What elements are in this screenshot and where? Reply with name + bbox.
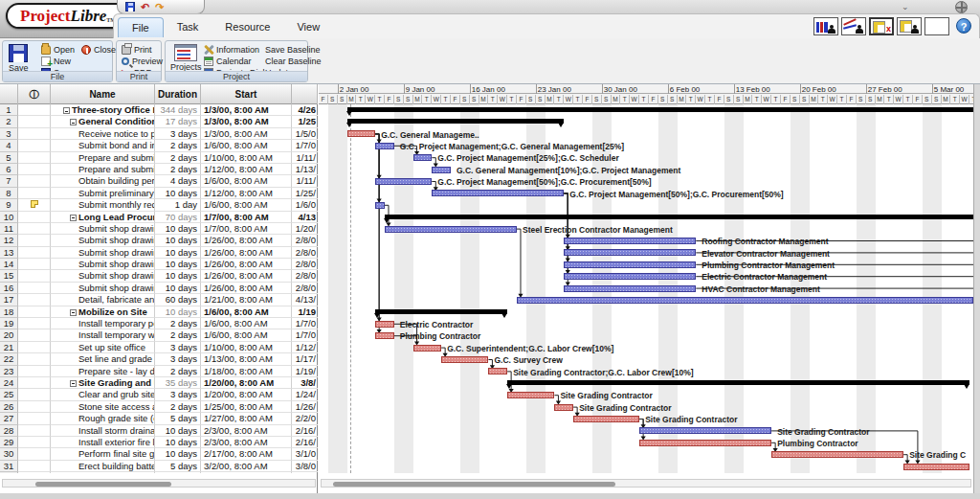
- info-cell[interactable]: [18, 212, 51, 223]
- task-row-18[interactable]: 18Mobilize on Site10 days1/6/00, 8:00 AM…: [0, 306, 318, 318]
- row-number-cell[interactable]: 21: [0, 342, 18, 353]
- info-cell[interactable]: [18, 223, 51, 235]
- task-row-28[interactable]: 28Install storm drainage10 days2/3/00, 8…: [0, 425, 318, 437]
- start-cell[interactable]: 1/13/00, 8:00 AM: [201, 353, 292, 365]
- task-row-12[interactable]: 12Submit shop drawings and10 days1/26/00…: [0, 235, 318, 246]
- save-icon[interactable]: [125, 2, 135, 11]
- start-cell[interactable]: 1/20/00, 8:00 AM: [201, 389, 292, 400]
- finish-cell[interactable]: 3/1/0: [292, 448, 318, 460]
- task-row-20[interactable]: 20Install temporary water se2 days1/6/00…: [0, 329, 318, 341]
- row-number-cell[interactable]: 6: [0, 164, 18, 175]
- collapse-icon[interactable]: [63, 107, 70, 114]
- gantt-bar-summary-row24[interactable]: [507, 380, 969, 385]
- task-row-17[interactable]: 17Detail, fabricate and delive60 days1/2…: [0, 294, 318, 306]
- duration-cell[interactable]: 3 days: [155, 342, 201, 353]
- row-number-cell[interactable]: 28: [0, 425, 18, 437]
- finish-cell[interactable]: 1/13/: [292, 164, 318, 175]
- finish-cell[interactable]: 2/8/0: [292, 259, 318, 270]
- info-cell[interactable]: [18, 164, 51, 175]
- duration-cell[interactable]: 10 days: [155, 188, 201, 199]
- gantt-bar-task-row6[interactable]: [432, 167, 451, 173]
- gantt-bar-critical-row23[interactable]: [488, 368, 507, 374]
- finish-cell[interactable]: 2/16/: [292, 437, 318, 448]
- finish-cell[interactable]: 4/26: [292, 104, 318, 116]
- task-name-cell[interactable]: Prepare site - lay down ya: [51, 366, 155, 377]
- info-cell[interactable]: [18, 270, 51, 282]
- duration-cell[interactable]: 2 days: [155, 401, 201, 413]
- row-number-cell[interactable]: 12: [0, 235, 18, 246]
- finish-cell[interactable]: 1/26/: [292, 401, 318, 413]
- info-cell[interactable]: [18, 461, 51, 472]
- task-name-cell[interactable]: Submit bond and insuranc: [51, 140, 155, 151]
- task-row-10[interactable]: 10Long Lead Procurement70 days1/7/00, 8:…: [0, 212, 318, 223]
- row-number-cell[interactable]: 10: [0, 212, 18, 223]
- gantt-bar-critical-row27[interactable]: [573, 416, 639, 422]
- task-row-19[interactable]: 19Install temporary power2 days1/6/00, 8…: [0, 318, 318, 329]
- row-number-cell[interactable]: 1: [0, 104, 18, 116]
- task-name-cell[interactable]: Stone site access and tem: [51, 401, 155, 413]
- start-cell[interactable]: 1/18/00, 8:00 AM: [201, 366, 292, 377]
- start-cell[interactable]: 1/27/00, 8:00 AM: [201, 413, 292, 424]
- duration-cell[interactable]: 60 days: [155, 294, 201, 306]
- row-number-cell[interactable]: 2: [0, 116, 18, 127]
- chevron-down-icon[interactable]: ⌄: [902, 2, 915, 11]
- gantt-bar-task-row4[interactable]: [375, 143, 394, 149]
- gantt-h-scrollbar-thumb[interactable]: [333, 482, 615, 487]
- task-name-cell[interactable]: Perform final site grading: [51, 448, 155, 460]
- finish-cell[interactable]: 1/11/: [292, 175, 318, 187]
- duration-cell[interactable]: 2 days: [155, 329, 201, 341]
- task-row-25[interactable]: 25Clear and grub site3 days1/20/00, 8:00…: [0, 389, 318, 400]
- info-cell[interactable]: [18, 247, 51, 259]
- save-baseline-button[interactable]: Save Baseline: [265, 45, 321, 55]
- gantt-bar-critical-row20[interactable]: [375, 332, 394, 339]
- task-name-cell[interactable]: Detail, fabricate and delive: [51, 294, 155, 306]
- charts-view-button[interactable]: [841, 17, 866, 35]
- task-name-cell[interactable]: Submit monthly requests f: [51, 199, 155, 211]
- gantt-bar-task-row13[interactable]: [564, 249, 696, 256]
- finish-cell[interactable]: 1/25: [292, 116, 318, 127]
- duration-cell[interactable]: 4 days: [155, 175, 201, 187]
- start-cell[interactable]: 1/6/00, 8:00 AM: [201, 175, 292, 187]
- row-number-cell[interactable]: 27: [0, 413, 18, 424]
- duration-cell[interactable]: 10 days: [155, 259, 201, 270]
- task-row-26[interactable]: 26Stone site access and tem2 days1/25/00…: [0, 401, 318, 413]
- row-number-cell[interactable]: 4: [0, 140, 18, 151]
- task-row-30[interactable]: 30Perform final site grading10 days2/17/…: [0, 448, 318, 460]
- note-icon[interactable]: [31, 200, 38, 208]
- info-cell[interactable]: [18, 175, 51, 187]
- row-number-cell[interactable]: 11: [0, 223, 18, 235]
- duration-cell[interactable]: 5 days: [155, 413, 201, 424]
- row-number-cell[interactable]: 7: [0, 175, 18, 187]
- tab-resource[interactable]: Resource: [212, 17, 283, 37]
- info-cell[interactable]: [18, 413, 51, 424]
- info-cell[interactable]: [18, 116, 51, 127]
- column-header-row[interactable]: [0, 84, 18, 104]
- task-name-cell[interactable]: General Conditions: [51, 116, 155, 127]
- row-number-cell[interactable]: 24: [0, 377, 18, 389]
- start-cell[interactable]: 1/7/00, 8:00 AM: [201, 223, 292, 235]
- duration-cell[interactable]: 3 days: [155, 353, 201, 365]
- start-cell[interactable]: 1/3/00, 8:00 AM: [201, 104, 292, 116]
- print-button[interactable]: Print: [122, 45, 152, 55]
- duration-cell[interactable]: 10 days: [155, 425, 201, 437]
- start-cell[interactable]: 2/3/00, 8:00 AM: [201, 425, 292, 437]
- task-row-11[interactable]: 11Submit shop drawings and10 days1/7/00,…: [0, 223, 318, 235]
- finish-cell[interactable]: 2/16/: [292, 425, 318, 437]
- finish-cell[interactable]: 1/25/: [292, 188, 318, 199]
- gantt-bar-critical-row31[interactable]: [903, 464, 969, 470]
- duration-cell[interactable]: 10 days: [155, 270, 201, 282]
- gantt-bar-critical-row21[interactable]: [413, 345, 442, 352]
- info-cell[interactable]: [18, 283, 51, 294]
- task-name-cell[interactable]: Three-story Office Building: [51, 104, 155, 116]
- finish-cell[interactable]: 4/13/: [292, 294, 318, 306]
- start-cell[interactable]: 1/26/00, 8:00 AM: [201, 235, 292, 246]
- task-row-1[interactable]: 1Three-story Office Building344 days1/3/…: [0, 104, 318, 116]
- start-cell[interactable]: 1/6/00, 8:00 AM: [201, 318, 292, 329]
- info-cell[interactable]: [18, 259, 51, 270]
- row-number-cell[interactable]: 26: [0, 401, 18, 413]
- task-row-5[interactable]: 5Prepare and submit proje2 days1/10/00, …: [0, 152, 318, 164]
- task-row-3[interactable]: 3Receive notice to proceed3 days1/3/00, …: [0, 128, 318, 140]
- finish-cell[interactable]: 1/24/: [292, 389, 318, 400]
- start-cell[interactable]: 1/6/00, 8:00 AM: [201, 306, 292, 318]
- row-number-cell[interactable]: 22: [0, 353, 18, 365]
